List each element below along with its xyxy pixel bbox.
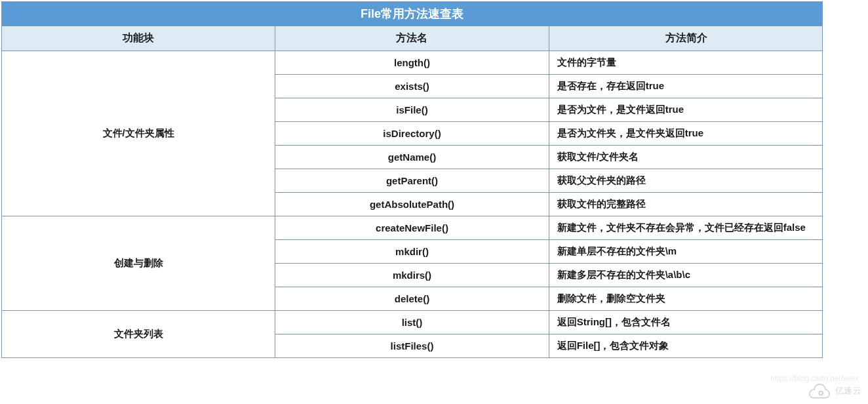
method-cell: delete() bbox=[275, 287, 549, 311]
desc-cell: 新建多层不存在的文件夹\a\b\c bbox=[549, 264, 822, 287]
title-row: File常用方法速查表 bbox=[2, 2, 823, 26]
desc-cell: 返回File[]，包含文件对象 bbox=[549, 334, 822, 358]
method-cell: mkdir() bbox=[275, 240, 549, 264]
table-row: 文件夹列表list()返回String[]，包含文件名 bbox=[2, 311, 823, 334]
method-cell: isDirectory() bbox=[275, 122, 549, 146]
desc-cell: 文件的字节量 bbox=[549, 51, 822, 75]
method-cell: getParent() bbox=[275, 169, 549, 193]
desc-cell: 删除文件，删除空文件夹 bbox=[549, 287, 822, 311]
method-cell: createNewFile() bbox=[275, 216, 549, 240]
header-row: 功能块 方法名 方法简介 bbox=[2, 26, 823, 51]
method-cell: exists() bbox=[275, 75, 549, 98]
desc-cell: 是否为文件夹，是文件夹返回true bbox=[549, 122, 822, 146]
desc-cell: 获取文件的完整路径 bbox=[549, 193, 822, 216]
reference-table: File常用方法速查表 功能块 方法名 方法简介 文件/文件夹属性length(… bbox=[1, 1, 823, 358]
header-col1: 功能块 bbox=[2, 26, 275, 51]
group-cell: 文件夹列表 bbox=[2, 311, 275, 358]
group-cell: 文件/文件夹属性 bbox=[2, 51, 275, 216]
table-row: 创建与删除createNewFile()新建文件，文件夹不存在会异常，文件已经存… bbox=[2, 216, 823, 240]
desc-cell: 返回String[]，包含文件名 bbox=[549, 311, 822, 334]
desc-cell: 获取父文件夹的路径 bbox=[549, 169, 822, 193]
desc-cell: 是否为文件，是文件返回true bbox=[549, 98, 822, 122]
method-cell: getName() bbox=[275, 146, 549, 169]
table-row: 文件/文件夹属性length()文件的字节量 bbox=[2, 51, 823, 75]
desc-cell: 新建文件，文件夹不存在会异常，文件已经存在返回false bbox=[549, 216, 822, 240]
method-cell: getAbsolutePath() bbox=[275, 193, 549, 216]
method-cell: length() bbox=[275, 51, 549, 75]
watermark: 亿速云 bbox=[808, 383, 862, 399]
header-col3: 方法简介 bbox=[549, 26, 822, 51]
cloud-icon bbox=[808, 383, 831, 399]
desc-cell: 获取文件/文件夹名 bbox=[549, 146, 822, 169]
method-cell: list() bbox=[275, 311, 549, 334]
table-title: File常用方法速查表 bbox=[2, 2, 823, 26]
svg-point-0 bbox=[819, 392, 823, 395]
method-cell: mkdirs() bbox=[275, 264, 549, 287]
method-cell: isFile() bbox=[275, 98, 549, 122]
method-cell: listFiles() bbox=[275, 334, 549, 358]
desc-cell: 新建单层不存在的文件夹\m bbox=[549, 240, 822, 264]
watermark-text: 亿速云 bbox=[835, 385, 862, 397]
header-col2: 方法名 bbox=[275, 26, 549, 51]
blog-watermark: https://blog.csdn.net/weix bbox=[770, 374, 859, 383]
desc-cell: 是否存在，存在返回true bbox=[549, 75, 822, 98]
group-cell: 创建与删除 bbox=[2, 216, 275, 311]
